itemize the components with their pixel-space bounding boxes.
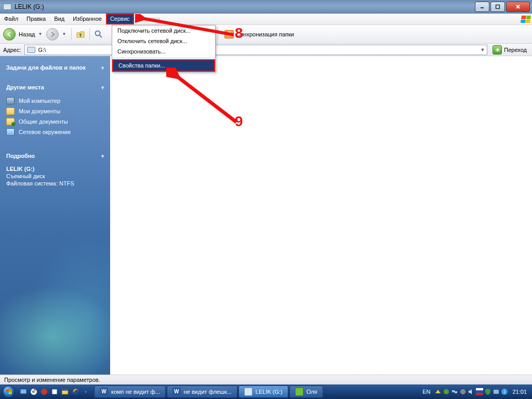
window-controls	[474, 2, 530, 12]
address-value: G:\	[38, 47, 46, 53]
shared-folder-icon	[6, 118, 15, 125]
svg-rect-22	[476, 388, 483, 391]
svg-point-21	[460, 389, 466, 394]
quicklaunch-totalcmd-icon[interactable]	[60, 387, 70, 396]
tray-volume-icon[interactable]	[468, 388, 475, 395]
sync-folder-button[interactable]: S Синхронизация папки	[222, 29, 296, 39]
sync-icon: S	[224, 30, 234, 38]
svg-point-13	[41, 389, 47, 395]
quicklaunch-app-icon[interactable]	[39, 387, 49, 396]
details-header-label: Подробно	[6, 153, 35, 159]
tray-icon[interactable]	[434, 388, 442, 395]
dd-synchronize[interactable]: Синхронизовать...	[112, 46, 215, 57]
nav-back-label: Назад	[19, 31, 35, 37]
tray-clock[interactable]: 21:01	[509, 389, 529, 395]
svg-rect-10	[20, 389, 26, 394]
dd-disconnect-network-drive[interactable]: Отключить сетевой диск...	[112, 36, 215, 46]
place-my-computer[interactable]: Мой компьютер	[6, 96, 104, 106]
quicklaunch-app-icon[interactable]	[50, 387, 59, 396]
dd-folder-options[interactable]: Свойства папки...	[113, 60, 214, 71]
menu-edit[interactable]: Правка	[22, 14, 50, 24]
forward-dropdown-chevron-icon[interactable]: ▼	[62, 32, 67, 36]
toolbar-divider	[71, 28, 72, 41]
svg-rect-24	[476, 393, 483, 395]
tray-flag-icon[interactable]	[476, 388, 483, 395]
nav-forward-button[interactable]	[46, 28, 59, 41]
menu-help[interactable]: Справка	[134, 14, 165, 24]
quicklaunch-more-icon[interactable]: ›	[81, 387, 90, 396]
places-list: Мой компьютер Мои документы Общие докуме…	[6, 94, 104, 142]
svg-text:i: i	[504, 389, 505, 394]
qip-icon	[295, 388, 303, 396]
word-icon: W	[100, 388, 108, 396]
tray-icon[interactable]	[493, 388, 500, 395]
details-section-header[interactable]: Подробно ▾	[6, 150, 104, 162]
nav-back-button[interactable]	[3, 28, 16, 41]
place-my-documents[interactable]: Мои документы	[6, 106, 104, 116]
status-bar: Просмотр и изменение параметров.	[0, 375, 532, 384]
svg-rect-14	[52, 389, 57, 394]
tray-icon[interactable]	[459, 388, 467, 395]
task-item-chat[interactable]: Оля	[289, 385, 323, 398]
go-label: Переход	[504, 47, 527, 53]
dd-map-network-drive[interactable]: Подключить сетевой диск...	[112, 25, 215, 36]
svg-rect-25	[494, 390, 499, 394]
quicklaunch-desktop-icon[interactable]	[19, 387, 28, 396]
place-label: Мои документы	[19, 108, 60, 114]
content-area	[110, 56, 532, 375]
system-tray: EN i 21:01	[416, 388, 532, 395]
menu-tools[interactable]: Сервис	[106, 14, 134, 24]
close-button[interactable]	[506, 2, 530, 12]
start-orb-icon	[3, 385, 15, 398]
language-indicator[interactable]: EN	[419, 389, 433, 395]
svg-point-4	[96, 31, 100, 35]
toolbar-divider	[89, 28, 90, 41]
tools-dropdown-menu: Подключить сетевой диск... Отключить сет…	[112, 25, 216, 72]
task-item-word[interactable]: W комп не видит ф...	[94, 385, 166, 398]
tray-info-icon[interactable]: i	[501, 388, 508, 395]
tasks-section-header[interactable]: Задачи для файлов и папок ▾	[6, 61, 104, 74]
windows-logo-icon	[520, 14, 532, 24]
svg-rect-16	[62, 389, 68, 391]
menu-file[interactable]: Файл	[0, 14, 22, 24]
collapse-chevron-icon: ▾	[101, 85, 104, 90]
collapse-chevron-icon: ▾	[101, 65, 104, 71]
places-header-label: Другие места	[6, 84, 44, 90]
quicklaunch-firefox-icon[interactable]	[71, 387, 80, 396]
folder-icon	[6, 108, 15, 115]
quicklaunch-chrome-icon[interactable]	[29, 387, 38, 396]
search-icon[interactable]	[94, 30, 103, 39]
drive-icon	[27, 47, 35, 53]
task-item-explorer[interactable]: LELIK (G:)	[238, 385, 288, 398]
place-label: Общие документы	[19, 118, 68, 125]
task-item-label: Оля	[307, 389, 317, 395]
tray-antivirus-icon[interactable]	[484, 388, 491, 395]
menu-favorites[interactable]: Избранное	[69, 14, 106, 24]
back-dropdown-chevron-icon[interactable]: ▼	[38, 32, 44, 36]
task-item-label: комп не видит ф...	[111, 389, 160, 395]
tray-usb-icon[interactable]	[443, 388, 450, 395]
details-filesystem: Файловая система: NTFS	[6, 180, 104, 187]
go-button[interactable]: Переход	[490, 44, 529, 56]
collapse-chevron-icon: ▾	[101, 153, 104, 159]
places-section-header[interactable]: Другие места ▾	[6, 81, 104, 94]
address-field[interactable]: G:\ ▼	[24, 45, 488, 55]
place-shared-documents[interactable]: Общие документы	[6, 116, 104, 127]
place-network[interactable]: Сетевое окружение	[6, 127, 104, 137]
menu-view[interactable]: Вид	[50, 14, 69, 24]
address-dropdown-chevron-icon[interactable]: ▼	[480, 47, 485, 52]
maximize-button[interactable]	[490, 2, 505, 12]
annotation-number-9: 9	[235, 113, 243, 130]
minimize-button[interactable]	[475, 2, 489, 12]
title-bar: LELIK (G:)	[0, 0, 532, 14]
menu-bar: Файл Правка Вид Избранное Сервис Справка	[0, 14, 532, 25]
up-folder-icon[interactable]	[76, 30, 85, 39]
details-drive-type: Съемный диск	[6, 172, 104, 180]
dropdown-separator	[113, 58, 215, 58]
svg-rect-19	[452, 390, 455, 392]
tray-network-icon[interactable]	[451, 388, 458, 395]
task-item-word[interactable]: W не видит флешк...	[167, 385, 237, 398]
go-arrow-icon	[493, 45, 502, 55]
start-button[interactable]	[0, 384, 18, 399]
place-label: Мой компьютер	[19, 98, 60, 104]
